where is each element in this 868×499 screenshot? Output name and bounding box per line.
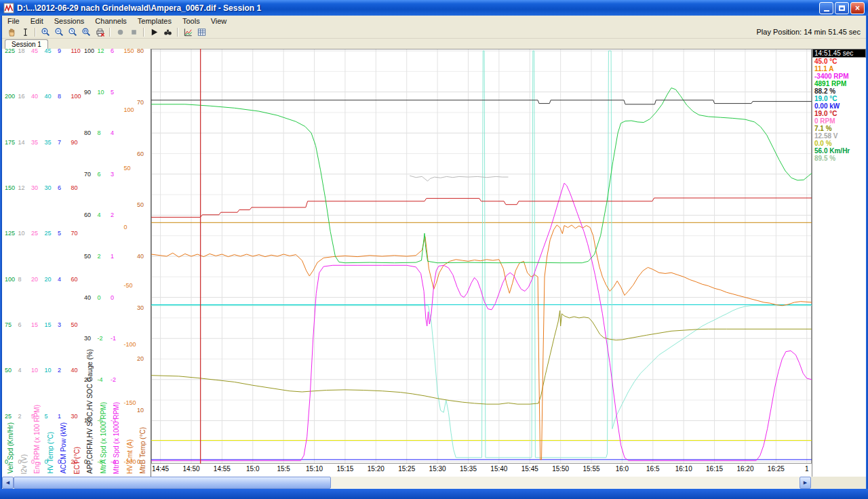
axis-tick-label: 25 (45, 230, 52, 237)
axis-tick-label: 10 (31, 367, 38, 374)
axis-tick-label: -1 (111, 335, 116, 342)
menu-bar: FileEditSessionsChannelsTemplatesToolsVi… (2, 16, 866, 26)
record-icon (115, 27, 125, 37)
record-button[interactable] (113, 26, 127, 38)
play-button[interactable] (147, 26, 161, 38)
close-button[interactable]: × (850, 2, 865, 14)
scroll-right-button[interactable]: ▶ (800, 477, 811, 489)
axis-tick-label: 2 (111, 212, 114, 218)
app-icon (3, 3, 14, 14)
axis-tick-label: 30 (31, 184, 38, 191)
axis-tick-label: 50 (137, 201, 144, 208)
axis-ect-c: 1101009080706050403020ECT (°C) (71, 49, 85, 477)
axis-mtra-spd-x-1000-rpm: 121086420-2-4-6-8MtrA Spd (x 1000 RPM) (98, 49, 111, 477)
axis-hv-temp-c: 454035302520151050HV Temp (°C) (45, 49, 58, 477)
stop-button[interactable] (127, 26, 140, 38)
maximize-button[interactable] (835, 2, 849, 14)
zoom-in-button[interactable] (39, 26, 52, 38)
title-bar[interactable]: D:\...\2012-06-29 nach Grindelwald\Amper… (0, 0, 868, 16)
horizontal-scrollbar[interactable]: ◀ ▶ (2, 477, 811, 489)
axis-tick-label: -50 (124, 282, 133, 289)
table-view-button[interactable] (195, 26, 208, 38)
legend-value: 56.0 Km/Hr (812, 147, 866, 155)
axis-hv-cmt-a: 150100500-50-100-150-200HV Cmt (A) (124, 49, 138, 477)
axis-tick-label: 10 (98, 89, 104, 96)
menu-tools[interactable]: Tools (177, 16, 205, 26)
axis-title: HV Cmt (A) (126, 439, 134, 474)
chart-canvas[interactable] (151, 49, 812, 464)
axis-tick-label: 175 (5, 139, 15, 146)
x-axis-label: 1 (805, 465, 809, 473)
axis-tick-label: 30 (137, 304, 144, 311)
scrollbar-track[interactable] (14, 477, 800, 489)
x-axis-label: 16:10 (675, 465, 692, 473)
menu-channels[interactable]: Channels (90, 16, 132, 26)
x-axis-label: 16:0 (616, 465, 629, 473)
scrollbar-thumb[interactable] (14, 477, 331, 489)
toolbar-separator (177, 28, 178, 37)
axis-mtrb-spd-x-1000-rpm: 6543210-1-2-3-4MtrB Spd (x 1000 RPM) (111, 49, 124, 477)
axis-tick-label: 10 (137, 407, 144, 414)
x-axis-label: 15:10 (306, 465, 323, 473)
axis-tick-label: 100 (71, 93, 81, 100)
minimize-button[interactable] (819, 2, 833, 14)
axis-tick-label: 40 (31, 93, 38, 100)
scroll-left-button[interactable]: ◀ (2, 477, 14, 489)
main-content: 2252001751501251007550250Veh Spd (Km/Hr)… (2, 49, 866, 477)
zoom-window-button[interactable] (79, 26, 93, 38)
axis-tick-label: -150 (124, 399, 136, 406)
axis-tick-label: 2 (98, 253, 101, 260)
axis-tick-label: 9 (58, 49, 61, 54)
x-axis-label: 15:15 (336, 465, 353, 473)
menu-view[interactable]: View (205, 16, 233, 26)
play-position-label: Play Position: 14 min 51.45 sec (757, 28, 866, 36)
axis-eng-rpm-x-100-rpm: 454035302520151050Eng RPM (x 100 RPM) (31, 49, 45, 477)
plot-area[interactable]: 14:4514:5014:5515:015:515:1015:1515:2015… (151, 49, 812, 477)
axis-accm-pow-kw: 9876543210ACCM Pow (kW) (58, 49, 71, 477)
axis-tick-label: 30 (45, 184, 52, 191)
menu-sessions[interactable]: Sessions (49, 16, 90, 26)
table-view-icon (197, 27, 207, 37)
menu-file[interactable]: File (2, 16, 25, 26)
pan-hand-button[interactable] (5, 26, 18, 38)
axis-tick-label: 1 (111, 253, 114, 260)
pan-hand-icon (7, 27, 17, 37)
find-button[interactable] (161, 26, 174, 38)
axis-tick-label: 100 (5, 276, 15, 283)
axis-tick-label: 6 (18, 321, 22, 328)
axis-title: HV Temp (°C) (47, 432, 54, 474)
axis-tick-label: 6 (111, 49, 114, 54)
zoom-out-button[interactable] (52, 26, 66, 38)
legend-value: 19.0 °C (812, 110, 866, 117)
chart-view-button[interactable] (181, 26, 195, 38)
ibeam-cursor-button[interactable] (18, 26, 32, 38)
axis-i2v-v: 181614121086420I2v (V) (18, 49, 32, 477)
axis-tick-label: 25 (31, 230, 38, 237)
zoom-window-icon (81, 27, 92, 37)
legend-value: 11.1 A (812, 65, 866, 73)
axis-tick-label: 5 (58, 230, 61, 237)
axis-tick-label: 5 (111, 89, 114, 96)
tab-session-1[interactable]: Session 1 (5, 39, 48, 49)
axis-tick-label: 60 (84, 212, 91, 218)
menu-templates[interactable]: Templates (132, 16, 177, 26)
zoom-time-button[interactable] (66, 26, 79, 38)
legend-value: 88.2 % (812, 87, 866, 95)
maximize-icon (839, 5, 845, 11)
axis-tick-label: 12 (98, 49, 104, 54)
axis-tick-label: 10 (18, 230, 25, 237)
axis-tick-label: 8 (58, 93, 61, 100)
axis-tick-label: 40 (71, 367, 78, 374)
axis-tick-label: 8 (18, 276, 22, 283)
axis-title: Eng RPM (x 100 RPM) (33, 405, 41, 474)
axis-tick-label: 3 (111, 171, 114, 178)
find-icon (163, 27, 173, 37)
axis-tick-label: 40 (45, 93, 52, 100)
tab-bar: Session 1 (2, 39, 866, 49)
axis-app-crfm-hv-soc-hv-soc-gauge: 1009080706050403020100APP,CRFM,HV SOC,HV… (84, 49, 98, 477)
series-hv-cmt (151, 225, 812, 460)
print-button[interactable] (93, 26, 106, 38)
axis-tick-label: 80 (71, 184, 78, 191)
axis-tick-label: 100 (124, 106, 134, 113)
menu-edit[interactable]: Edit (25, 16, 49, 26)
